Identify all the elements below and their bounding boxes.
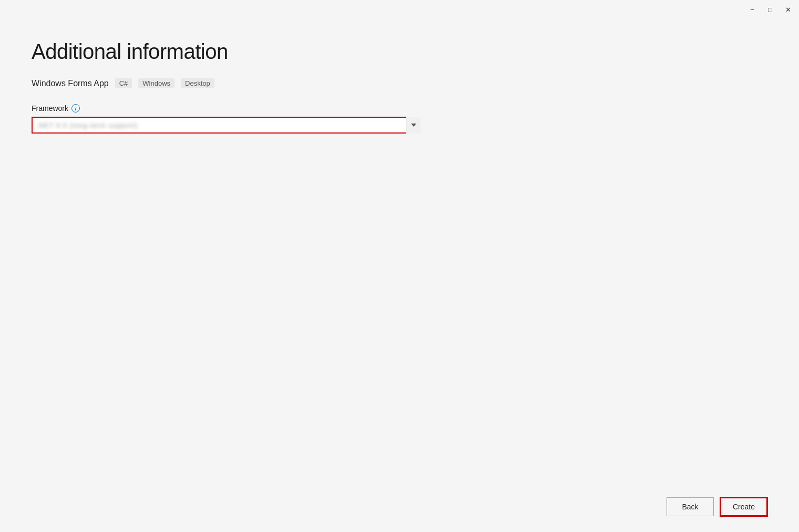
framework-dropdown-value: .NET 6.0 (long-term support) — [36, 121, 416, 129]
title-bar: − □ ✕ — [0, 0, 799, 19]
main-window: − □ ✕ Additional information Windows For… — [0, 0, 799, 532]
title-bar-controls: − □ ✕ — [747, 5, 793, 14]
tag-windows: Windows — [138, 78, 175, 88]
close-button[interactable]: ✕ — [783, 5, 793, 14]
content-area: Additional information Windows Forms App… — [0, 19, 799, 487]
framework-section: Framework i .NET 6.0 (long-term support) — [32, 104, 767, 134]
subtitle-row: Windows Forms App C# Windows Desktop — [32, 78, 767, 88]
bottom-bar: Back Create — [0, 487, 799, 532]
framework-label: Framework — [32, 104, 68, 112]
framework-dropdown[interactable]: .NET 6.0 (long-term support) — [32, 117, 421, 134]
minimize-button[interactable]: − — [747, 5, 757, 14]
framework-label-row: Framework i — [32, 104, 767, 112]
back-button[interactable]: Back — [667, 497, 714, 516]
framework-dropdown-wrapper: .NET 6.0 (long-term support) — [32, 117, 421, 134]
content-spacer — [32, 144, 767, 471]
app-name-label: Windows Forms App — [32, 79, 109, 88]
tag-desktop: Desktop — [181, 78, 214, 88]
dropdown-arrow-button[interactable] — [406, 117, 421, 134]
page-title: Additional information — [32, 40, 767, 64]
maximize-button[interactable]: □ — [765, 5, 775, 14]
tag-csharp: C# — [115, 78, 132, 88]
dropdown-arrow-icon — [411, 124, 416, 127]
create-button[interactable]: Create — [720, 497, 767, 516]
framework-info-icon[interactable]: i — [71, 104, 80, 112]
